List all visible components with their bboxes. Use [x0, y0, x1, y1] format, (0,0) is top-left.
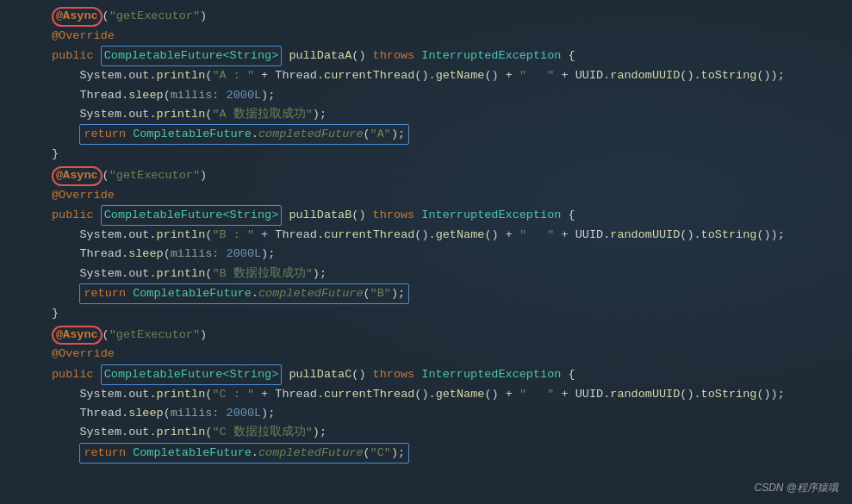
line-sleep-c: Thread.sleep(millis: 2000L);	[9, 404, 852, 423]
return-box-c: return CompletableFuture.completedFuture…	[79, 443, 409, 464]
line-async-c: @Async("getExecutor")	[9, 326, 852, 345]
line-println-a: System.out.println("A : " + Thread.curre…	[9, 66, 852, 85]
line-close-a: }	[9, 145, 852, 164]
type-box-c: CompletableFuture<String>	[101, 364, 283, 385]
line-println2-b: System.out.println("B 数据拉取成功");	[9, 264, 852, 283]
async-annotation-b: @Async	[52, 166, 103, 186]
line-sig-a: public CompletableFuture<String> pullDat…	[9, 46, 852, 66]
line-return-c: return CompletableFuture.completedFuture…	[9, 443, 852, 464]
code-area: @Async("getExecutor") @Override public C…	[0, 0, 852, 472]
line-println2-a: System.out.println("A 数据拉取成功");	[9, 105, 852, 124]
line-return-a: return CompletableFuture.completedFuture…	[9, 124, 852, 145]
line-async-b: @Async("getExecutor")	[9, 166, 852, 186]
line-async-a: @Async("getExecutor")	[9, 7, 852, 27]
section-c: @Async("getExecutor") @Override public C…	[9, 326, 852, 464]
async-annotation-a: @Async	[52, 7, 103, 27]
line-override-a: @Override	[9, 27, 852, 46]
type-box-b: CompletableFuture<String>	[101, 205, 283, 226]
line-sig-b: public CompletableFuture<String> pullDat…	[9, 205, 852, 226]
type-box-a: CompletableFuture<String>	[101, 46, 283, 66]
line-sleep-a: Thread.sleep(millis: 2000L);	[9, 86, 852, 105]
line-sleep-b: Thread.sleep(millis: 2000L);	[9, 245, 852, 264]
line-println-b: System.out.println("B : " + Thread.curre…	[9, 226, 852, 245]
section-b: @Async("getExecutor") @Override public C…	[9, 166, 852, 324]
return-box-b: return CompletableFuture.completedFuture…	[79, 283, 409, 304]
line-close-b: }	[9, 304, 852, 323]
line-println2-c: System.out.println("C 数据拉取成功");	[9, 423, 852, 442]
line-println-c: System.out.println("C : " + Thread.curre…	[9, 385, 852, 404]
line-return-b: return CompletableFuture.completedFuture…	[9, 283, 852, 304]
line-override-b: @Override	[9, 186, 852, 205]
line-sig-c: public CompletableFuture<String> pullDat…	[9, 364, 852, 385]
async-annotation-c: @Async	[52, 326, 103, 345]
return-box-a: return CompletableFuture.completedFuture…	[79, 124, 409, 145]
watermark: CSDN @程序猿哦	[754, 481, 838, 495]
section-a: @Async("getExecutor") @Override public C…	[9, 7, 852, 165]
line-override-c: @Override	[9, 345, 852, 364]
